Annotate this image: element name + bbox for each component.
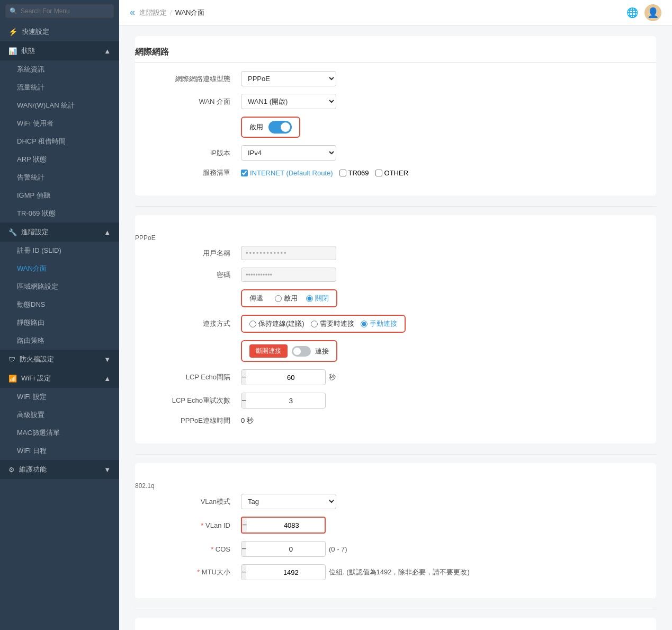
sidebar-group-wifi[interactable]: 📶 WiFi 設定 ▲ bbox=[0, 369, 119, 388]
language-button[interactable]: 🌐 bbox=[626, 7, 638, 19]
sidebar-group-status[interactable]: 📊 狀態 ▲ bbox=[0, 41, 119, 60]
vlan-mode-label: VLan模式 bbox=[135, 497, 241, 507]
breadcrumb-parent: 進階設定 bbox=[139, 8, 167, 17]
relay-enable-radio[interactable] bbox=[275, 295, 282, 302]
status-sub-items: 系統資訊 流量統計 WAN/(W)LAN 統計 WiFi 使用者 DHCP 租借… bbox=[0, 60, 119, 223]
sidebar-item-dynamic-dns[interactable]: 動態DNS bbox=[0, 296, 119, 314]
conn-manual-option[interactable]: 手動連接 bbox=[361, 319, 397, 329]
username-label: 用戶名稱 bbox=[135, 249, 241, 258]
conn-ondemand-label: 需要時連接 bbox=[320, 319, 354, 329]
chevron-up-icon-3: ▲ bbox=[104, 375, 111, 383]
relay-radio-group: 傳遞 啟用 關閉 bbox=[241, 289, 337, 307]
sidebar-item-dhcp-lease[interactable]: DHCP 租借時間 bbox=[0, 132, 119, 150]
conn-ondemand-radio[interactable] bbox=[311, 321, 318, 327]
sidebar-item-quick-setup[interactable]: ⚡ 快速設定 bbox=[0, 22, 119, 41]
mtu-minus-button[interactable]: − bbox=[241, 565, 246, 580]
mtu-wrap: − 1492 + bbox=[241, 564, 326, 580]
sidebar-item-static-route[interactable]: 靜態路由 bbox=[0, 314, 119, 332]
avatar[interactable]: 👤 bbox=[644, 4, 661, 21]
vlan-id-value[interactable]: 4083 bbox=[247, 519, 326, 531]
sidebar-item-traffic-stats[interactable]: 流量統計 bbox=[0, 78, 119, 96]
back-button[interactable]: « bbox=[130, 7, 135, 18]
sidebar-item-tr069-status[interactable]: TR-069 狀態 bbox=[0, 205, 119, 223]
sidebar-item-wifi-config[interactable]: WiFi 設定 bbox=[0, 388, 119, 406]
sidebar-item-wifi-users[interactable]: WiFi 使用者 bbox=[0, 114, 119, 132]
internet-section: 網際網路 網際網路連線型態 PPPoE WAN 介面 WAN1 (開啟) bbox=[135, 36, 656, 196]
relay-disable-option[interactable]: 關閉 bbox=[306, 294, 329, 303]
connect-toggle[interactable] bbox=[292, 346, 311, 357]
sidebar-item-register-id[interactable]: 註冊 ID (SLID) bbox=[0, 242, 119, 260]
sidebar-item-alert-stats[interactable]: 告警統計 bbox=[0, 168, 119, 187]
mtu-value[interactable]: 1492 bbox=[246, 566, 326, 579]
ip-version-select[interactable]: IPv4 bbox=[241, 145, 336, 161]
pppoe-section: PPPoE 用戶名稱 密碼 傳遞 bbox=[135, 215, 656, 443]
internet-section-title: 網際網路 bbox=[135, 47, 656, 63]
connection-type-select[interactable]: PPPoE bbox=[241, 71, 336, 86]
service-list-label: 服務清單 bbox=[135, 168, 241, 178]
sidebar-group-maintenance-label: 維護功能 bbox=[19, 465, 47, 474]
vlan-mode-control: Tag bbox=[241, 494, 410, 509]
sidebar-item-lan-settings[interactable]: 區域網路設定 bbox=[0, 278, 119, 296]
wifi-sub-items: WiFi 設定 高級設置 MAC篩選清單 WiFi 日程 bbox=[0, 388, 119, 460]
breadcrumb: 進階設定 / WAN介面 bbox=[139, 8, 204, 17]
sidebar-item-wan-interface[interactable]: WAN介面 bbox=[0, 260, 119, 278]
enable-row: 啟用 bbox=[135, 117, 656, 138]
ipv4-divider bbox=[135, 609, 656, 609]
vlan-mode-select[interactable]: Tag bbox=[241, 494, 336, 509]
service-other-checkbox[interactable] bbox=[375, 170, 382, 176]
sidebar-item-wifi-advanced[interactable]: 高級設置 bbox=[0, 406, 119, 424]
sidebar-item-igmp-snoop[interactable]: IGMP 偵聽 bbox=[0, 187, 119, 205]
breadcrumb-current: WAN介面 bbox=[175, 8, 205, 17]
cos-range: (0 - 7) bbox=[329, 545, 347, 553]
conn-keep-radio[interactable] bbox=[249, 321, 256, 327]
sidebar-search-wrap: 🔍 bbox=[0, 0, 119, 22]
conn-manual-radio[interactable] bbox=[361, 321, 368, 327]
sidebar-group-firewall[interactable]: 🛡 防火牆設定 ▼ bbox=[0, 350, 119, 369]
service-internet-checkbox[interactable] bbox=[241, 170, 248, 176]
disconnect-button[interactable]: 斷開連接 bbox=[249, 344, 288, 358]
wan-interface-select[interactable]: WAN1 (開啟) bbox=[241, 94, 336, 109]
sidebar-group-advanced[interactable]: 🔧 進階設定 ▲ bbox=[0, 223, 119, 242]
connection-mode-label: 連接方式 bbox=[135, 319, 241, 329]
pppoe-divider bbox=[135, 206, 656, 207]
lcp-echo-interval-wrap: − 60 + bbox=[241, 369, 326, 385]
disconnect-connect-wrap: 斷開連接 連接 bbox=[241, 340, 337, 362]
search-input[interactable] bbox=[5, 4, 114, 18]
connection-type-label: 網際網路連線型態 bbox=[135, 74, 241, 84]
sidebar-item-wan-wlan-stats[interactable]: WAN/(W)LAN 統計 bbox=[0, 96, 119, 114]
relay-enable-option[interactable]: 啟用 bbox=[275, 294, 298, 303]
sidebar-item-route-policy[interactable]: 路由策略 bbox=[0, 332, 119, 350]
sidebar-item-mac-filter[interactable]: MAC篩選清單 bbox=[0, 424, 119, 442]
maintenance-icon: ⚙ bbox=[8, 466, 15, 474]
service-other: OTHER bbox=[375, 169, 409, 177]
sidebar-group-maintenance[interactable]: ⚙ 維護功能 ▼ bbox=[0, 460, 119, 479]
relay-enable-label: 啟用 bbox=[284, 294, 298, 303]
pppoe-time-row: PPPoE連線時間 0 秒 bbox=[135, 416, 656, 425]
lcp-interval-minus-button[interactable]: − bbox=[241, 370, 246, 385]
ip-version-label: IP版本 bbox=[135, 148, 241, 158]
cos-row: COS − 0 + (0 - 7) bbox=[135, 541, 656, 557]
cos-value[interactable]: 0 bbox=[246, 543, 326, 555]
conn-ondemand-option[interactable]: 需要時連接 bbox=[311, 319, 354, 329]
password-input[interactable] bbox=[241, 268, 336, 282]
status-icon: 📊 bbox=[8, 47, 17, 55]
cos-wrap: − 0 + bbox=[241, 541, 326, 557]
enable-toggle[interactable] bbox=[268, 121, 292, 134]
sidebar-item-wifi-schedule[interactable]: WiFi 日程 bbox=[0, 442, 119, 460]
cos-minus-button[interactable]: − bbox=[241, 542, 246, 556]
username-input[interactable] bbox=[241, 246, 336, 260]
advanced-icon: 🔧 bbox=[8, 228, 17, 236]
dot1q-divider bbox=[135, 454, 656, 455]
cos-label: COS bbox=[135, 545, 241, 553]
lcp-interval-value[interactable]: 60 bbox=[246, 371, 326, 384]
conn-keep-option[interactable]: 保持連線(建議) bbox=[249, 319, 304, 329]
sidebar-item-arp-status[interactable]: ARP 狀態 bbox=[0, 150, 119, 168]
relay-disable-radio[interactable] bbox=[306, 295, 313, 302]
sidebar-group-advanced-label: 進階設定 bbox=[21, 227, 49, 237]
service-tr069-checkbox[interactable] bbox=[339, 170, 346, 176]
lcp-retry-minus-button[interactable]: − bbox=[241, 393, 246, 408]
vlan-id-minus-button[interactable]: − bbox=[242, 518, 247, 533]
lcp-retry-value[interactable]: 3 bbox=[246, 395, 326, 407]
sidebar-item-sys-info[interactable]: 系統資訊 bbox=[0, 60, 119, 78]
enable-toggle-wrap: 啟用 bbox=[241, 117, 300, 138]
